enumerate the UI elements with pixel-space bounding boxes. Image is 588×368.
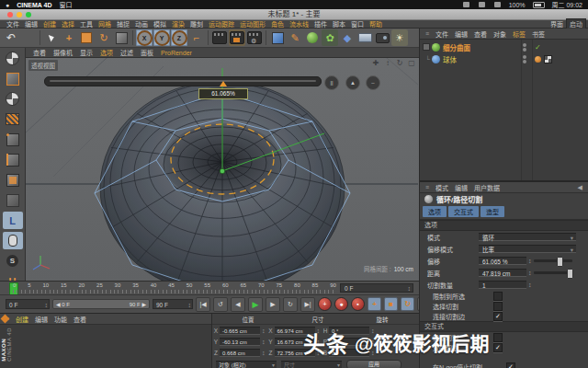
coord-size-dropdown[interactable]: 尺寸 bbox=[281, 361, 342, 368]
edges-mode-button[interactable] bbox=[3, 151, 23, 168]
menu-create[interactable]: 创建 bbox=[40, 19, 59, 29]
lock-x-axis-toggle[interactable]: X bbox=[136, 29, 153, 46]
menu-mesh[interactable]: 网格 bbox=[96, 19, 114, 29]
mat-menu-view[interactable]: 查看 bbox=[71, 315, 89, 324]
vp-menu-options[interactable]: 选项 bbox=[96, 48, 117, 57]
section-options[interactable]: 选项 bbox=[420, 220, 588, 231]
enable-axis-button[interactable]: L bbox=[3, 212, 23, 229]
polygons-mode-button[interactable] bbox=[3, 171, 23, 189]
history-back-icon[interactable]: ◀ bbox=[575, 184, 585, 191]
offset-mode-dropdown[interactable]: 比率 bbox=[479, 245, 576, 253]
uvw-tag-icon[interactable] bbox=[544, 55, 552, 63]
redo-button[interactable] bbox=[20, 29, 37, 46]
distance-slider[interactable] bbox=[534, 271, 572, 274]
menu-render[interactable]: 渲染 bbox=[169, 19, 187, 29]
lock-y-axis-toggle[interactable]: Y bbox=[153, 29, 170, 46]
play-backwards-button[interactable]: ↺ bbox=[213, 297, 228, 312]
om-menu-view[interactable]: 查看 bbox=[471, 29, 490, 39]
end-frame-input[interactable]: 90 F↕ bbox=[153, 299, 193, 309]
record-scale-toggle[interactable]: ■ bbox=[384, 297, 398, 311]
render-settings-button[interactable] bbox=[246, 29, 263, 46]
keyframe-selection-button[interactable]: ▪ bbox=[351, 297, 365, 311]
size-y-input[interactable]: 16.673 cm bbox=[275, 338, 315, 346]
rotation-h-input[interactable]: 0 ° bbox=[329, 327, 369, 335]
size-z-input[interactable]: 72.756 cm bbox=[275, 349, 315, 357]
model-mode-button[interactable] bbox=[3, 70, 23, 87]
om-menu-edit[interactable]: 编辑 bbox=[452, 29, 470, 39]
tab-options[interactable]: 选项 bbox=[423, 206, 447, 217]
previous-frame-button[interactable]: ◀ bbox=[231, 297, 245, 312]
am-menu-userdata[interactable]: 用户数据 bbox=[471, 183, 503, 192]
slider-marker-icon[interactable] bbox=[220, 81, 227, 86]
close-window-button[interactable] bbox=[7, 12, 13, 17]
menu-edit[interactable]: 编辑 bbox=[22, 19, 40, 29]
om-menu-objects[interactable]: 对象 bbox=[491, 29, 509, 39]
position-x-input[interactable]: -0.665 cm bbox=[220, 327, 260, 335]
om-menu-bookmarks[interactable]: 书签 bbox=[529, 29, 548, 39]
timeline-ruler[interactable]: 05 1015 2025 3035 4045 5055 6065 7075 80… bbox=[0, 281, 419, 294]
menu-sculpt[interactable]: 雕刻 bbox=[187, 19, 206, 29]
select-cuts-checkbox[interactable] bbox=[493, 302, 503, 311]
object-tree[interactable]: 细分曲面 ✓ └ 球体 bbox=[420, 40, 588, 182]
cuts-input[interactable]: 1 bbox=[479, 281, 526, 289]
position-z-input[interactable]: 0.668 cm bbox=[220, 349, 260, 357]
mograph-cloner-button[interactable]: ✿ bbox=[322, 29, 338, 46]
reset-cut-checkbox[interactable] bbox=[493, 333, 503, 342]
menu-help[interactable]: 帮助 bbox=[367, 19, 385, 29]
live-selection-tool[interactable] bbox=[43, 29, 60, 46]
panel-menu-icon[interactable]: ≡ bbox=[423, 184, 432, 190]
menu-script[interactable]: 脚本 bbox=[330, 19, 348, 29]
perspective-viewport[interactable]: 查看 摄像机 显示 选项 过滤 面板 ProRender 透视视图 ✚ ↕ ↻ … bbox=[26, 48, 419, 281]
size-x-input[interactable]: 66.974 cm bbox=[275, 327, 315, 335]
mode-dropdown[interactable]: 循环 bbox=[479, 233, 576, 241]
rotation-p-input[interactable]: 0 ° bbox=[329, 338, 369, 346]
mat-menu-function[interactable]: 功能 bbox=[51, 315, 70, 324]
viewport-solo-button[interactable] bbox=[3, 232, 23, 249]
render-picture-viewer-button[interactable] bbox=[229, 29, 245, 46]
points-mode-button[interactable] bbox=[3, 131, 23, 148]
om-menu-file[interactable]: 文件 bbox=[433, 29, 451, 39]
vp-menu-display[interactable]: 显示 bbox=[76, 48, 96, 57]
status-icon[interactable] bbox=[463, 2, 469, 7]
zoom-window-button[interactable] bbox=[26, 12, 31, 17]
camera-button[interactable] bbox=[374, 29, 390, 46]
mat-menu-create[interactable]: 创建 bbox=[13, 315, 31, 324]
om-menu-tags[interactable]: 标签 bbox=[510, 29, 528, 39]
menu-snap[interactable]: 捕捉 bbox=[114, 19, 132, 29]
object-row-subdivision-surface[interactable]: 细分曲面 ✓ bbox=[420, 41, 588, 52]
light-button[interactable]: ☀ bbox=[391, 29, 408, 46]
move-tool[interactable]: + bbox=[61, 29, 77, 46]
bidirectional-cut-checkbox[interactable]: ✓ bbox=[493, 343, 503, 352]
loop-playback-button[interactable]: ↻ bbox=[283, 297, 298, 312]
object-mode-button[interactable] bbox=[3, 191, 23, 209]
render-view-button[interactable] bbox=[211, 29, 228, 46]
mat-menu-edit[interactable]: 编辑 bbox=[32, 315, 51, 324]
record-rotation-toggle[interactable]: ↻ bbox=[401, 297, 414, 311]
vp-menu-filter[interactable]: 过滤 bbox=[117, 48, 137, 57]
maximize-view-icon[interactable]: ▢ bbox=[407, 59, 416, 67]
menu-mograph[interactable]: 运动图形 bbox=[237, 19, 268, 29]
status-icon[interactable] bbox=[494, 2, 501, 7]
workplane-mode-button[interactable] bbox=[3, 110, 23, 128]
vp-menu-camera[interactable]: 摄像机 bbox=[50, 48, 76, 57]
slider-apply-button[interactable]: ▲ bbox=[345, 75, 360, 90]
rotate-view-icon[interactable]: ↻ bbox=[395, 59, 404, 67]
menu-animate[interactable]: 动画 bbox=[132, 19, 151, 29]
vp-menu-view[interactable]: 查看 bbox=[29, 48, 50, 57]
menubar-clock[interactable]: 周二 09:02 bbox=[552, 0, 582, 9]
stop-at-ngon-checkbox[interactable]: ✓ bbox=[506, 362, 515, 368]
tab-modeling[interactable]: 造型 bbox=[481, 206, 504, 217]
coord-mode-dropdown[interactable]: 对象 (相对) bbox=[216, 361, 277, 368]
autokey-button[interactable]: ● bbox=[334, 297, 348, 311]
apple-logo-icon[interactable]: ● bbox=[6, 2, 9, 8]
current-frame-input[interactable]: 0 F↕ bbox=[6, 299, 50, 309]
subdivision-surface-button[interactable] bbox=[304, 29, 321, 46]
slider-remove-button[interactable]: – bbox=[366, 75, 380, 90]
record-position-toggle[interactable]: + bbox=[368, 297, 381, 311]
tab-interactive[interactable]: 交互式 bbox=[448, 206, 479, 217]
panel-menu-icon[interactable]: ≡ bbox=[423, 30, 432, 37]
limit-selection-checkbox[interactable] bbox=[493, 292, 503, 301]
object-name[interactable]: 球体 bbox=[443, 54, 457, 64]
go-to-start-button[interactable]: |◀ bbox=[196, 297, 210, 312]
menu-select[interactable]: 选择 bbox=[59, 19, 77, 29]
